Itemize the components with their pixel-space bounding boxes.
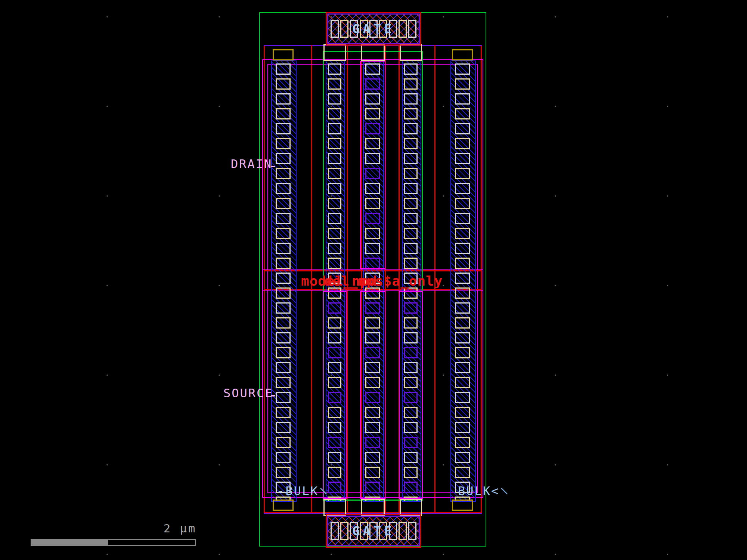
contact-via xyxy=(455,302,470,314)
contact-via xyxy=(276,93,291,105)
contact-via xyxy=(276,377,291,388)
scale-bar-filled-half xyxy=(31,539,108,546)
bulk-contact-column-right[interactable] xyxy=(450,60,476,502)
contact-via xyxy=(276,123,291,134)
contact-via xyxy=(455,452,470,463)
metal-finger-box-left-lower[interactable] xyxy=(323,291,347,499)
bulk-left-leader-line xyxy=(320,488,327,494)
contact-via xyxy=(404,258,418,269)
contact-via xyxy=(455,123,470,134)
contact-via xyxy=(404,108,418,119)
contact-via xyxy=(276,213,291,224)
tap-cap-yellow[interactable] xyxy=(273,500,294,511)
contact-via xyxy=(455,168,470,179)
contact-via xyxy=(276,302,291,314)
metal-finger-box-right-lower[interactable] xyxy=(399,291,423,499)
contact-via xyxy=(404,138,418,149)
contact-via xyxy=(276,228,291,239)
contact-via xyxy=(404,153,418,164)
metal-finger-box-center-lower[interactable] xyxy=(360,291,385,499)
contact-via xyxy=(455,422,470,433)
contact-via xyxy=(404,228,418,239)
contact-via xyxy=(276,198,291,209)
contact-via xyxy=(455,198,470,209)
contact-via xyxy=(276,183,291,194)
bulk-right-leader-line xyxy=(501,488,508,494)
finger-end-cap[interactable] xyxy=(323,44,346,61)
contact-via xyxy=(328,93,341,105)
contact-via xyxy=(404,93,418,105)
contact-via xyxy=(276,392,291,403)
contact-via xyxy=(455,63,470,75)
metal-finger-box-center-upper[interactable] xyxy=(360,61,385,269)
contact-via xyxy=(276,362,291,373)
bulk-left-label: -BULK xyxy=(277,484,328,498)
finger-end-cap[interactable] xyxy=(400,44,422,61)
contact-via xyxy=(276,108,291,119)
contact-via xyxy=(276,273,291,284)
bulk-left-text: BULK xyxy=(285,484,319,498)
tap-cap-yellow[interactable] xyxy=(452,49,473,60)
contact-via xyxy=(276,287,291,299)
contact-via xyxy=(455,258,470,269)
contact-via xyxy=(455,467,470,478)
contact-via xyxy=(455,317,470,329)
contact-via xyxy=(276,467,291,478)
contact-via xyxy=(455,437,470,448)
tap-cap-yellow[interactable] xyxy=(452,500,473,511)
source-label: SOURCE xyxy=(223,386,273,400)
contact-via xyxy=(276,422,291,433)
bulk-right-arrowhead: < xyxy=(491,484,499,498)
tap-cap-yellow[interactable] xyxy=(273,49,294,60)
contact-via xyxy=(276,138,291,149)
contact-via xyxy=(276,243,291,254)
contact-via xyxy=(276,407,291,418)
gate-top-label: GATE xyxy=(328,15,419,43)
contact-via xyxy=(276,347,291,358)
contact-via xyxy=(404,168,418,179)
contact-via xyxy=(328,153,341,164)
contact-via xyxy=(404,213,418,224)
contact-via xyxy=(404,183,418,194)
contact-via xyxy=(455,153,470,164)
contact-via xyxy=(328,258,341,269)
contact-via xyxy=(455,138,470,149)
bulk-contact-column-left[interactable] xyxy=(271,60,297,502)
contact-via xyxy=(328,228,341,239)
contact-via xyxy=(455,392,470,403)
contact-via xyxy=(328,168,341,179)
contact-via xyxy=(455,243,470,254)
contact-via xyxy=(455,362,470,373)
contact-via xyxy=(404,63,418,75)
contact-via xyxy=(455,273,470,284)
contact-via xyxy=(455,377,470,388)
device-model-label-2: del_nps$a_only xyxy=(324,273,443,289)
contact-via xyxy=(276,63,291,75)
contact-via xyxy=(276,78,291,90)
contact-via xyxy=(328,213,341,224)
contact-via xyxy=(455,183,470,194)
finger-end-cap[interactable] xyxy=(323,499,346,516)
contact-via xyxy=(404,123,418,134)
contact-via xyxy=(455,213,470,224)
bulk-left-dash: - xyxy=(277,484,285,498)
contact-via xyxy=(276,452,291,463)
finger-end-cap[interactable] xyxy=(361,499,385,516)
layout-viewer-canvas[interactable]: GATE GATE DRAIN SOURCE -BULK BULK< model… xyxy=(0,0,747,560)
finger-end-cap[interactable] xyxy=(400,499,422,516)
gate-pad-top[interactable]: GATE xyxy=(327,13,420,44)
bulk-right-label: BULK< xyxy=(458,484,508,498)
drain-leader-tick xyxy=(271,166,275,167)
contact-via xyxy=(404,243,418,254)
contact-via xyxy=(455,347,470,358)
finger-end-cap[interactable] xyxy=(361,44,385,61)
gate-pad-bottom[interactable]: GATE xyxy=(327,516,420,546)
contact-via xyxy=(328,198,341,209)
contact-via xyxy=(276,437,291,448)
contact-via xyxy=(328,183,341,194)
contact-via xyxy=(455,78,470,90)
contact-via xyxy=(328,243,341,254)
scale-bar-outline-half xyxy=(108,539,196,546)
contact-via xyxy=(404,78,418,90)
contact-via xyxy=(328,78,341,90)
